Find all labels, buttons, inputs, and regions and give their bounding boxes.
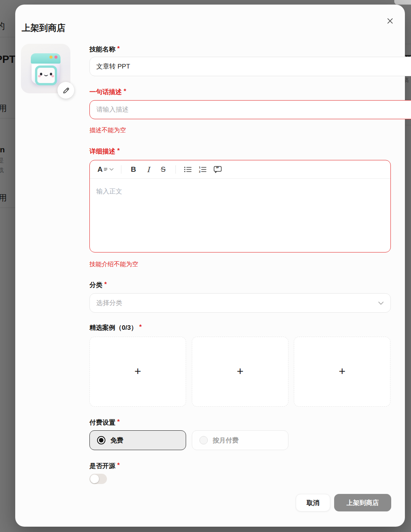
radio-unselected-icon bbox=[199, 436, 208, 444]
detail-desc-error: 技能介绍不能为空 bbox=[89, 260, 391, 268]
skill-name-input[interactable] bbox=[89, 57, 411, 76]
svg-text:1: 1 bbox=[199, 166, 201, 169]
dialog-title: 上架到商店 bbox=[22, 22, 65, 34]
toolbar-divider bbox=[121, 165, 121, 174]
detail-desc-label: 详细描述 * bbox=[89, 147, 391, 156]
background-floating-box bbox=[394, 0, 411, 5]
close-button[interactable] bbox=[384, 14, 397, 27]
quote-button[interactable]: ” bbox=[213, 164, 223, 175]
bullet-list-button[interactable] bbox=[183, 164, 193, 175]
text-style-button[interactable]: A bbox=[97, 164, 114, 175]
payment-label: 付费设置 * bbox=[89, 418, 391, 427]
skill-name-label: 技能名称 * bbox=[89, 45, 391, 54]
pencil-icon bbox=[62, 86, 70, 94]
svg-text:2: 2 bbox=[199, 170, 201, 173]
category-select[interactable]: 选择分类 bbox=[89, 293, 391, 313]
text-style-icon: A bbox=[97, 165, 102, 174]
text-style-lines-icon bbox=[104, 167, 108, 172]
skill-icon-illustration bbox=[31, 53, 61, 84]
chevron-down-icon bbox=[109, 168, 114, 171]
required-asterisk: * bbox=[139, 323, 142, 332]
required-asterisk: * bbox=[104, 281, 107, 289]
editor-body[interactable]: 输入正文 bbox=[90, 179, 390, 204]
payment-option-monthly[interactable]: 按月付费 bbox=[192, 430, 288, 450]
ordered-list-icon: 12 bbox=[199, 166, 207, 173]
plus-icon: + bbox=[237, 366, 244, 377]
payment-options: 免费 按月付费 bbox=[89, 430, 391, 450]
cases-row: + + + bbox=[89, 337, 391, 407]
open-source-toggle-row bbox=[89, 474, 391, 484]
short-desc-label: 一句话描述 * bbox=[89, 88, 391, 96]
cases-label: 精选案例（0/3） * bbox=[89, 323, 391, 332]
bold-button[interactable]: B bbox=[129, 164, 139, 175]
strikethrough-button[interactable]: S bbox=[158, 164, 168, 175]
rich-text-editor: A B I S 12 ” 输入正文 bbox=[89, 160, 391, 252]
device-face bbox=[35, 66, 57, 85]
short-desc-error: 描述不能为空 bbox=[89, 126, 391, 134]
required-asterisk: * bbox=[117, 462, 120, 470]
chevron-down-icon bbox=[378, 301, 384, 305]
case-upload-slot-3[interactable]: + bbox=[294, 337, 390, 407]
submit-button[interactable]: 上架到商店 bbox=[334, 494, 391, 511]
case-upload-slot-1[interactable]: + bbox=[89, 337, 186, 407]
required-asterisk: * bbox=[117, 45, 120, 54]
cancel-button[interactable]: 取消 bbox=[296, 494, 330, 511]
bullet-list-icon bbox=[184, 166, 192, 173]
plus-icon: + bbox=[339, 366, 346, 377]
required-asterisk: * bbox=[117, 418, 120, 427]
svg-text:”: ” bbox=[216, 166, 219, 171]
category-placeholder: 选择分类 bbox=[96, 299, 122, 307]
ordered-list-button[interactable]: 12 bbox=[198, 164, 208, 175]
open-source-label: 是否开源 * bbox=[89, 462, 391, 470]
category-label: 分类 * bbox=[89, 281, 391, 289]
required-asterisk: * bbox=[124, 88, 126, 96]
editor-toolbar: A B I S 12 ” bbox=[90, 160, 390, 179]
quote-icon: ” bbox=[213, 166, 222, 173]
payment-option-free[interactable]: 免费 bbox=[89, 430, 186, 450]
plus-icon: + bbox=[134, 366, 141, 377]
italic-button[interactable]: I bbox=[143, 164, 153, 175]
short-desc-input[interactable] bbox=[89, 100, 411, 119]
edit-icon-button[interactable] bbox=[57, 82, 74, 99]
required-asterisk: * bbox=[117, 147, 120, 156]
editor-placeholder: 输入正文 bbox=[96, 188, 122, 195]
close-icon bbox=[386, 17, 394, 25]
open-source-toggle[interactable] bbox=[89, 474, 107, 484]
toolbar-divider bbox=[175, 165, 176, 174]
radio-selected-icon bbox=[97, 436, 105, 444]
case-upload-slot-2[interactable]: + bbox=[192, 337, 288, 407]
publish-dialog: 上架到商店 bbox=[15, 5, 405, 527]
toggle-knob bbox=[90, 474, 99, 483]
